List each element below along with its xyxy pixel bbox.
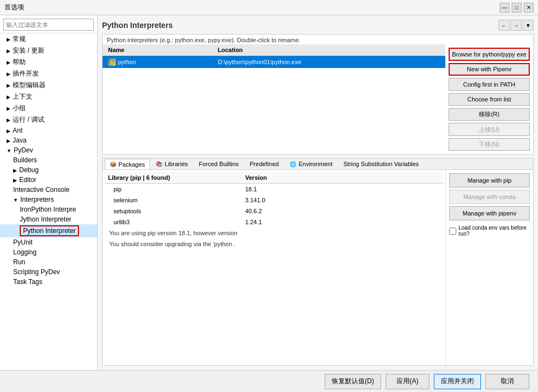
environment-icon: 🌐 bbox=[290, 161, 296, 167]
col-name-header: Name bbox=[106, 46, 216, 54]
pkg-col-source bbox=[299, 173, 441, 182]
sidebar-item-run[interactable]: ▶运行 / 调试 bbox=[0, 114, 97, 126]
table-row[interactable]: 🐍 python D:\python\python01\python.exe bbox=[103, 56, 445, 68]
browse-btn[interactable]: Browse for python/pypy exe bbox=[449, 48, 530, 61]
sidebar-item-normal[interactable]: ▶常规 bbox=[0, 33, 97, 45]
pkg-source bbox=[299, 218, 441, 226]
sidebar-item-pydev[interactable]: ▼PyDev bbox=[0, 145, 97, 155]
search-box bbox=[0, 15, 97, 33]
panel-title: Python Interpreters bbox=[102, 21, 173, 30]
pkg-source bbox=[299, 207, 441, 215]
minimize-button[interactable]: — bbox=[500, 3, 509, 13]
tab-label-string-sub: String Substitution Variables bbox=[343, 161, 418, 167]
sidebar-item-logging[interactable]: Logging bbox=[0, 247, 97, 257]
tab-label-environment: Environment bbox=[298, 161, 332, 167]
sidebar-item-ironpython[interactable]: IronPython Interpre bbox=[0, 204, 97, 214]
package-row[interactable]: selenium 3.141.0 bbox=[105, 195, 443, 206]
sidebar-item-label: Logging bbox=[13, 248, 37, 256]
package-row[interactable]: pip 18.1 bbox=[105, 184, 443, 195]
sidebar-item-scripting[interactable]: Scripting PyDev bbox=[0, 267, 97, 277]
sidebar-item-plugin[interactable]: ▶插件开发 bbox=[0, 68, 97, 79]
sidebar-tree: ▶常规▶安装 / 更新▶帮助▶插件开发▶模型编辑器▶上下文▶小组▶运行 / 调试… bbox=[0, 33, 97, 370]
interpreter-section: Python interpreters (e.g.: python.exe, p… bbox=[102, 34, 534, 155]
sidebar-item-install[interactable]: ▶安装 / 更新 bbox=[0, 45, 97, 56]
manage-pip-button[interactable]: Manage with pip bbox=[449, 173, 530, 188]
bottom-bar: 恢复默认值(D) 应用(A) 应用并关闭 取消 bbox=[0, 370, 538, 392]
tab-string-sub[interactable]: String Substitution Variables bbox=[338, 158, 423, 169]
sidebar-item-label: 运行 / 调试 bbox=[13, 116, 44, 123]
tab-packages[interactable]: 📦Packages bbox=[105, 159, 150, 170]
sidebar-item-python-interpreter[interactable]: Python Interpreter bbox=[0, 224, 97, 237]
package-row[interactable]: urllib3 1.24.1 bbox=[105, 217, 443, 228]
tab-libraries[interactable]: 📚Libraries bbox=[151, 158, 192, 169]
interpreter-name-text: python bbox=[118, 59, 136, 65]
maximize-button[interactable]: □ bbox=[512, 3, 522, 13]
sidebar-item-label: Java bbox=[13, 137, 26, 144]
pkg-col-library: Library (pip | 6 found) bbox=[107, 173, 244, 182]
pkg-version: 40.6.2 bbox=[244, 207, 299, 215]
interpreter-location-cell: D:\python\python01\python.exe bbox=[216, 58, 442, 66]
restore-defaults-button[interactable]: 恢复默认值(D) bbox=[325, 374, 381, 389]
new-pipenv-btn[interactable]: New with Pipenv bbox=[449, 63, 530, 76]
right-panel: Python Interpreters ← → ▼ Python interpr… bbox=[98, 15, 538, 370]
search-input[interactable] bbox=[3, 19, 94, 31]
close-button[interactable]: ✕ bbox=[524, 3, 534, 13]
apply-close-button[interactable]: 应用并关闭 bbox=[434, 374, 481, 389]
sidebar-item-label: 安装 / 更新 bbox=[13, 47, 44, 54]
nav-forward-button[interactable]: → bbox=[511, 20, 522, 31]
sidebar-item-interpreters[interactable]: ▼Interpreters bbox=[0, 195, 97, 204]
table-header: Name Location bbox=[103, 44, 445, 56]
apply-button[interactable]: 应用(A) bbox=[386, 374, 429, 389]
sidebar-item-ant[interactable]: ▶Ant bbox=[0, 126, 97, 135]
up-btn: 上移(U) bbox=[449, 123, 530, 135]
package-row[interactable]: setuptools 40.6.2 bbox=[105, 206, 443, 217]
config-path-btn[interactable]: Config first in PATH bbox=[449, 78, 530, 90]
nav-dropdown-button[interactable]: ▼ bbox=[523, 20, 534, 31]
pkg-source bbox=[299, 196, 441, 204]
cancel-button[interactable]: 取消 bbox=[485, 374, 529, 389]
remove-btn[interactable]: 移除(R) bbox=[449, 108, 530, 121]
sidebar-item-model[interactable]: ▶模型编辑器 bbox=[0, 79, 97, 91]
sidebar-item-pyunit[interactable]: PyUnit bbox=[0, 237, 97, 247]
sidebar-item-label: Ant bbox=[13, 127, 22, 134]
tab-predefined[interactable]: Predefined bbox=[245, 158, 284, 169]
conda-checkbox-input[interactable] bbox=[449, 228, 456, 235]
sidebar-item-label: Editor bbox=[19, 176, 36, 184]
sidebar-item-debug[interactable]: ▶Debug bbox=[0, 165, 97, 175]
sidebar-item-label: Run bbox=[13, 258, 25, 266]
interpreter-table-container: Name Location 🐍 python D:\python\python0… bbox=[103, 44, 533, 154]
sidebar-item-builders[interactable]: Builders bbox=[0, 155, 97, 165]
tab-environment[interactable]: 🌐Environment bbox=[285, 158, 337, 169]
sidebar-item-interactive-console[interactable]: Interactive Console bbox=[0, 185, 97, 195]
sidebar-item-help[interactable]: ▶帮助 bbox=[0, 56, 97, 68]
choose-list-btn[interactable]: Choose from list bbox=[449, 93, 530, 106]
manage-pipenv-button[interactable]: Manage with pipenv bbox=[449, 206, 530, 220]
sidebar-item-label: 模型编辑器 bbox=[13, 81, 46, 89]
tab-label-packages: Packages bbox=[118, 161, 145, 168]
interpreter-table: Name Location 🐍 python D:\python\python0… bbox=[103, 44, 445, 154]
sidebar-item-context[interactable]: ▶上下文 bbox=[0, 91, 97, 103]
sidebar-item-group[interactable]: ▶小组 bbox=[0, 103, 97, 114]
tab-label-predefined: Predefined bbox=[250, 161, 279, 167]
tab-forced-builtins[interactable]: Forced Builtins bbox=[194, 158, 244, 169]
conda-checkbox[interactable]: Load conda env vars before run? bbox=[449, 225, 530, 237]
sidebar-item-task-tags[interactable]: Task Tags bbox=[0, 277, 97, 287]
title-controls: — □ ✕ bbox=[500, 3, 534, 13]
sidebar-item-jython[interactable]: Jython Interpreter bbox=[0, 214, 97, 224]
highlighted-label: Python Interpreter bbox=[20, 225, 79, 236]
down-btn: 下移(N) bbox=[449, 138, 530, 151]
sidebar-item-java[interactable]: ▶Java bbox=[0, 135, 97, 145]
nav-back-button[interactable]: ← bbox=[499, 20, 509, 31]
sidebar-item-editor[interactable]: ▶Editor bbox=[0, 175, 97, 185]
pkg-name: pip bbox=[107, 185, 244, 194]
packages-header: Library (pip | 6 found) Version bbox=[105, 172, 443, 184]
pkg-name: urllib3 bbox=[107, 218, 244, 226]
pkg-note-2: You should consider upgrading via the 'p… bbox=[105, 238, 443, 249]
pkg-name: selenium bbox=[107, 196, 244, 204]
sidebar-item-run-pydev[interactable]: Run bbox=[0, 257, 97, 267]
sidebar-item-label: Interactive Console bbox=[13, 186, 70, 194]
panel-nav: ← → ▼ bbox=[499, 20, 534, 31]
sidebar-item-label: 常规 bbox=[13, 35, 26, 43]
interpreter-name-cell: 🐍 python bbox=[106, 57, 216, 67]
tab-content: Library (pip | 6 found) Version pip 18.1… bbox=[103, 170, 533, 365]
